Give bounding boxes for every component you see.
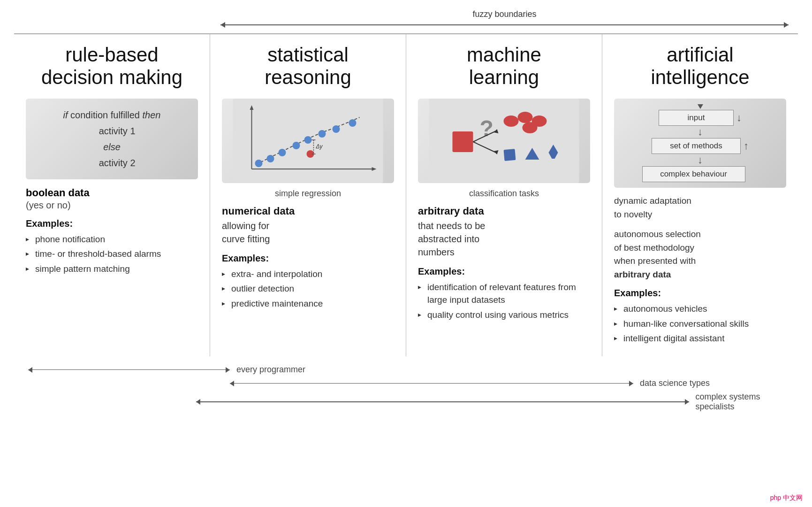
list-item: predictive maintenance: [222, 297, 394, 310]
col3-sublabel: classification tasks: [418, 189, 590, 199]
col-ml: machinelearning ?: [406, 34, 602, 356]
bottom-row3: complex systems specialists: [28, 392, 784, 412]
list-item: identification of relevant features from…: [418, 281, 590, 307]
classification-svg: ?: [418, 99, 590, 183]
bottom-arrows-section: every programmer data science types: [14, 356, 798, 420]
regression-svg: Δy: [222, 99, 394, 183]
col1-examples-list: phone notification time- or threshold-ba…: [26, 233, 198, 276]
svg-point-10: [319, 130, 326, 138]
regression-illustration: Δy: [222, 99, 394, 183]
every-programmer-arrow: [28, 365, 230, 375]
svg-text:Δy: Δy: [316, 143, 323, 150]
col4-examples-list: autonomous vehicles human-like conversat…: [614, 302, 786, 345]
fuzzy-boundaries-section: fuzzy boundaries: [220, 9, 789, 29]
fuzzy-boundaries-label: fuzzy boundaries: [472, 9, 536, 19]
svg-point-8: [293, 142, 300, 149]
svg-rect-20: [453, 131, 473, 152]
list-item: extra- and interpolation: [222, 268, 394, 281]
svg-point-28: [523, 122, 538, 133]
col-ai: artificialintelligence input: [602, 34, 798, 356]
ifelse-box: if condition fulfilled then activity 1 e…: [26, 99, 198, 179]
svg-text:?: ?: [480, 116, 493, 141]
classification-illustration: ?: [418, 99, 590, 183]
list-item: outlier detection: [222, 282, 394, 295]
else-keyword: else: [103, 142, 121, 152]
then-keyword: then: [143, 110, 161, 120]
main-container: fuzzy boundaries rule-baseddecision maki…: [0, 0, 812, 507]
svg-point-12: [349, 119, 357, 127]
flow-box-methods: set of methods: [652, 138, 741, 154]
col2-data-type: numerical data: [222, 205, 394, 217]
every-programmer-label: every programmer: [230, 365, 305, 375]
list-item: phone notification: [26, 233, 198, 246]
col-rule-based: rule-baseddecision making if condition f…: [14, 34, 210, 356]
ai-dynamic-text1: dynamic adaptationto novelty: [614, 194, 786, 221]
flow-box-input: input: [659, 110, 734, 126]
if-keyword: if: [63, 110, 68, 120]
columns: rule-baseddecision making if condition f…: [14, 33, 798, 356]
col2-examples-list: extra- and interpolation outlier detecti…: [222, 268, 394, 310]
svg-point-26: [518, 112, 533, 123]
col3-data-type-desc: that needs to beabstracted intonumbers: [418, 219, 590, 259]
list-item: quality control using various metrics: [418, 308, 590, 322]
boolean-data-sub: (yes or no): [26, 200, 198, 211]
col2-examples-title: Examples:: [222, 253, 394, 264]
col2-title: statisticalreasoning: [222, 44, 394, 89]
col3-data-type: arbitrary data: [418, 205, 590, 217]
col-statistical: statisticalreasoning: [210, 34, 406, 356]
col4-examples-title: Examples:: [614, 288, 786, 299]
svg-point-9: [304, 136, 312, 144]
bottom-row1: every programmer: [28, 365, 784, 375]
list-item: time- or threshold-based alarms: [26, 247, 198, 261]
complex-systems-arrow: [196, 397, 689, 407]
col1-examples-title: Examples:: [26, 218, 198, 229]
svg-point-7: [279, 149, 286, 156]
col2-sublabel: simple regression: [222, 189, 394, 199]
svg-point-5: [255, 160, 263, 167]
data-science-label: data science types: [633, 378, 710, 388]
svg-point-6: [267, 155, 274, 162]
svg-point-25: [504, 115, 519, 127]
watermark: php 中文网: [770, 494, 803, 502]
data-science-arrow: [230, 379, 633, 388]
col3-examples-list: identification of relevant features from…: [418, 281, 590, 322]
col2-data-type-desc: allowing forcurve fitting: [222, 219, 394, 246]
col1-title: rule-baseddecision making: [26, 44, 198, 89]
svg-point-11: [333, 125, 340, 133]
list-item: intelligent digital assistant: [614, 332, 786, 345]
complex-systems-label: complex systems specialists: [689, 392, 784, 412]
col4-title: artificialintelligence: [614, 44, 786, 89]
col3-title: machinelearning: [418, 44, 590, 89]
svg-rect-29: [503, 149, 516, 161]
bottom-row2: data science types: [28, 378, 784, 388]
ai-dynamic-text2: autonomous selectionof best methodologyw…: [614, 228, 786, 281]
ai-flowchart: input ↓ ↓ set of methods ↑ ↓ complex beh…: [614, 99, 786, 188]
boolean-data-label: boolean data: [26, 187, 198, 199]
list-item: human-like conversational skills: [614, 317, 786, 330]
list-item: simple pattern matching: [26, 262, 198, 276]
col3-examples-title: Examples:: [418, 266, 590, 277]
svg-rect-18: [429, 99, 579, 183]
flow-box-behaviour: complex behaviour: [642, 166, 745, 182]
list-item: autonomous vehicles: [614, 302, 786, 315]
